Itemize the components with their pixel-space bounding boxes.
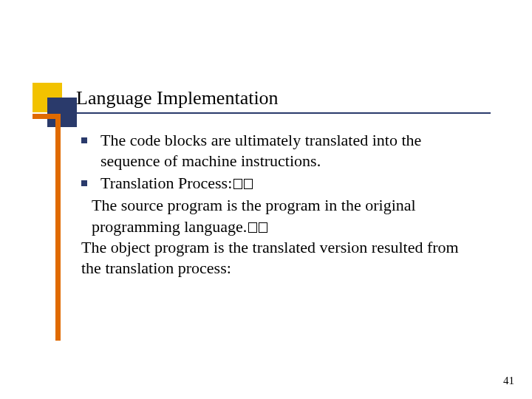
body-paragraph: The object program is the translated ver… xyxy=(81,237,480,279)
slide: Language Implementation The code blocks … xyxy=(0,0,532,399)
slide-body: The code blocks are ultimately translate… xyxy=(81,130,480,279)
bullet-item: Translation Process: xyxy=(81,173,480,194)
missing-glyph-icon xyxy=(233,179,242,189)
header-rule-navy xyxy=(77,112,491,114)
bullet-square-icon xyxy=(81,180,87,186)
missing-glyph-icon xyxy=(248,222,257,233)
missing-glyph-icon xyxy=(244,179,253,189)
bullet-text: Translation Process: xyxy=(100,173,480,194)
bullet-square-icon xyxy=(81,137,87,143)
bullet-text-label: Translation Process: xyxy=(100,174,232,192)
bullet-text: The code blocks are ultimately translate… xyxy=(100,130,480,171)
bullet-item: The code blocks are ultimately translate… xyxy=(81,130,480,171)
slide-title: Language Implementation xyxy=(76,87,279,109)
header-rule-orange-horizontal xyxy=(33,114,61,119)
page-number: 41 xyxy=(503,375,514,387)
body-paragraph: The source program is the program in the… xyxy=(92,195,480,236)
header-square-navy xyxy=(47,98,77,127)
sidebar-rule-orange-vertical xyxy=(55,119,61,341)
missing-glyph-icon xyxy=(259,222,267,233)
paragraph-text: The object program is the translated ver… xyxy=(81,238,459,277)
